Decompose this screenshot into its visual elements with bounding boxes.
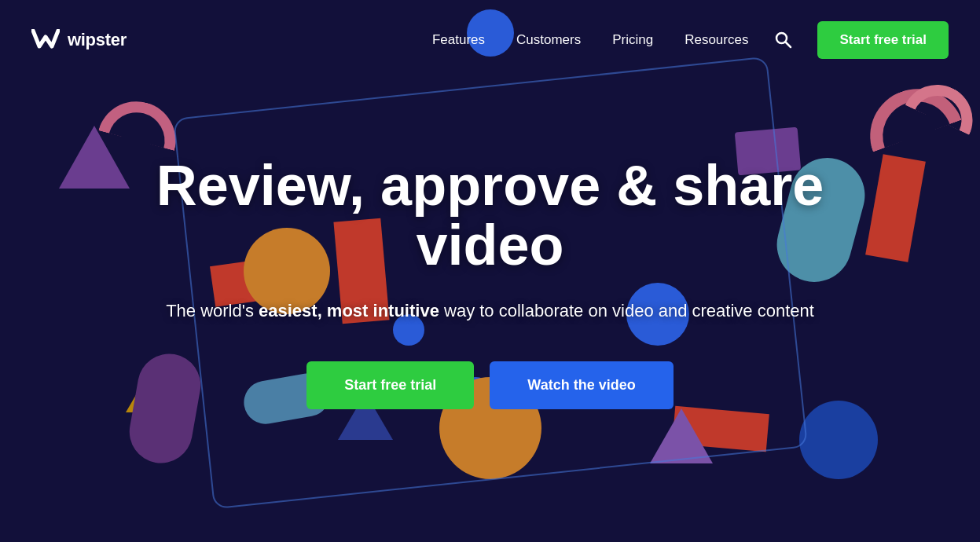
shape-arc-top-right	[857, 75, 961, 152]
nav-link-customers[interactable]: Customers	[504, 26, 593, 54]
nav-link-pricing[interactable]: Pricing	[600, 26, 666, 54]
hero-subtitle: The world's easiest, most intuitive way …	[156, 298, 824, 324]
svg-line-1	[786, 42, 791, 47]
shape-rect-red-top-right	[865, 154, 926, 262]
search-icon	[773, 30, 792, 49]
logo-link[interactable]: wipster	[31, 29, 127, 51]
shape-triangle-purple-bottom-right	[650, 408, 713, 463]
hero-content: Review, approve & share video The world'…	[109, 156, 872, 408]
nav-start-trial-button[interactable]: Start free trial	[817, 21, 949, 59]
hero-section: wipster Features Customers Pricing Resou…	[0, 0, 980, 542]
logo-text: wipster	[68, 30, 127, 50]
hero-watch-video-button[interactable]: Watch the video	[490, 361, 673, 409]
nav-link-features[interactable]: Features	[420, 26, 497, 54]
shape-rect-red-bottom-right	[672, 406, 769, 452]
search-button[interactable]	[767, 24, 798, 57]
shape-arc-corner-top-right	[905, 73, 980, 135]
main-nav: wipster Features Customers Pricing Resou…	[0, 0, 980, 80]
hero-title: Review, approve & share video	[156, 156, 824, 275]
nav-link-resources[interactable]: Resources	[672, 26, 761, 54]
logo-icon	[31, 29, 60, 51]
shape-circle-blue-bottom-right	[799, 401, 878, 479]
shape-arc-top-left	[98, 93, 185, 151]
hero-start-trial-button[interactable]: Start free trial	[306, 361, 474, 409]
nav-links: Features Customers Pricing Resources Sta…	[420, 21, 949, 59]
hero-buttons: Start free trial Watch the video	[156, 361, 824, 409]
